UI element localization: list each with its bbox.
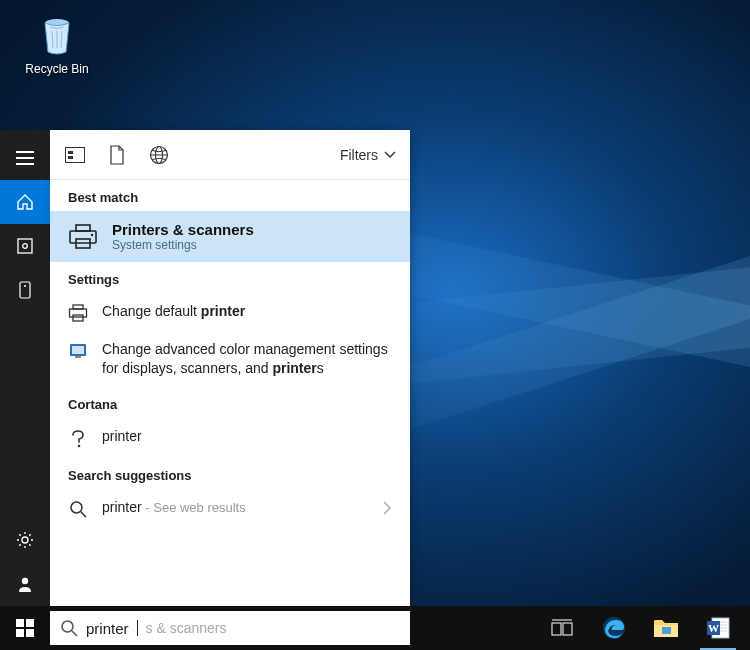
best-match-result[interactable]: Printers & scanners System settings — [50, 211, 410, 262]
svg-rect-39 — [16, 629, 24, 637]
chevron-down-icon — [384, 151, 396, 159]
person-icon — [16, 575, 34, 593]
monitor-color-icon — [69, 342, 87, 360]
chevron-right-icon — [382, 498, 392, 516]
settings-result-text: Change default printer — [102, 302, 392, 321]
cortana-result[interactable]: printer — [50, 418, 410, 458]
settings-result-change-default[interactable]: Change default printer — [50, 293, 410, 331]
panel-tab-row: Filters — [50, 130, 410, 180]
section-settings: Settings — [50, 262, 410, 293]
rail-home-button[interactable] — [0, 180, 50, 224]
recycle-bin-desktop-icon[interactable]: Recycle Bin — [22, 14, 92, 76]
rail-apps-button[interactable] — [0, 224, 50, 268]
svg-point-27 — [91, 233, 93, 235]
tab-apps-icon[interactable] — [64, 144, 86, 166]
search-icon — [69, 500, 87, 518]
edge-icon — [601, 615, 627, 641]
svg-rect-25 — [70, 231, 96, 243]
svg-rect-2 — [16, 157, 34, 159]
gear-icon — [16, 531, 34, 549]
svg-rect-32 — [72, 346, 84, 354]
svg-point-17 — [22, 578, 28, 584]
svg-line-16 — [29, 534, 31, 536]
section-best-match: Best match — [50, 180, 410, 211]
best-match-subtitle: System settings — [112, 238, 254, 252]
svg-rect-47 — [662, 627, 671, 634]
taskbar: printers & scanners — [0, 606, 750, 650]
printer-icon — [68, 224, 98, 250]
svg-rect-24 — [76, 225, 90, 231]
task-view-icon — [551, 619, 573, 637]
svg-point-35 — [71, 502, 82, 513]
svg-line-36 — [81, 512, 86, 517]
taskbar-edge[interactable] — [588, 606, 640, 650]
svg-rect-18 — [66, 147, 85, 162]
svg-point-34 — [78, 444, 81, 447]
search-results-panel: Filters Best match Printers & scanners S… — [50, 130, 410, 606]
start-left-rail — [0, 130, 50, 606]
svg-rect-29 — [70, 309, 87, 317]
taskbar-word[interactable]: W — [692, 606, 744, 650]
svg-point-5 — [23, 244, 28, 249]
apps-icon — [17, 238, 33, 254]
question-icon — [70, 429, 86, 449]
svg-point-8 — [22, 537, 28, 543]
section-cortana: Cortana — [50, 387, 410, 418]
search-suggestion-text: printer - See web results — [102, 498, 368, 517]
search-autocomplete-hint: s & scanners — [146, 620, 227, 636]
svg-rect-43 — [552, 623, 561, 635]
svg-rect-33 — [75, 356, 81, 358]
search-typed-text: printer — [86, 620, 129, 637]
svg-rect-6 — [20, 282, 30, 298]
taskbar-file-explorer[interactable] — [640, 606, 692, 650]
rail-account-button[interactable] — [0, 562, 50, 606]
filters-dropdown[interactable]: Filters — [340, 147, 396, 163]
search-suggestion[interactable]: printer - See web results — [50, 489, 410, 527]
svg-rect-19 — [68, 151, 73, 154]
recycle-bin-label: Recycle Bin — [22, 62, 92, 76]
rail-menu-button[interactable] — [0, 136, 50, 180]
svg-line-15 — [19, 544, 21, 546]
svg-point-7 — [24, 285, 26, 287]
rail-documents-button[interactable] — [0, 268, 50, 312]
text-caret — [137, 620, 138, 636]
home-icon — [16, 193, 34, 211]
svg-rect-3 — [16, 163, 34, 165]
svg-rect-20 — [68, 156, 73, 159]
tab-documents-icon[interactable] — [106, 144, 128, 166]
svg-rect-4 — [18, 239, 32, 253]
svg-rect-38 — [26, 619, 34, 627]
svg-line-14 — [29, 544, 31, 546]
recycle-bin-icon — [35, 14, 79, 58]
svg-text:W: W — [708, 622, 719, 634]
printer-small-icon — [68, 304, 88, 322]
search-icon — [60, 619, 78, 637]
start-button[interactable] — [0, 606, 50, 650]
taskbar-search-box[interactable]: printers & scanners — [50, 611, 410, 645]
svg-rect-37 — [16, 619, 24, 627]
svg-line-42 — [72, 631, 77, 636]
svg-rect-30 — [73, 315, 83, 321]
cortana-result-text: printer — [102, 427, 392, 446]
section-suggestions: Search suggestions — [50, 458, 410, 489]
word-icon: W — [705, 615, 731, 641]
remote-icon — [19, 281, 31, 299]
svg-line-13 — [19, 534, 21, 536]
folder-icon — [653, 617, 679, 639]
taskbar-task-view[interactable] — [536, 606, 588, 650]
settings-result-text: Change advanced color management setting… — [102, 340, 392, 378]
windows-logo-icon — [16, 619, 34, 637]
svg-rect-1 — [16, 151, 34, 153]
best-match-title: Printers & scanners — [112, 221, 254, 238]
svg-rect-44 — [563, 623, 572, 635]
svg-rect-40 — [26, 629, 34, 637]
settings-result-advanced-color[interactable]: Change advanced color management setting… — [50, 331, 410, 387]
svg-point-41 — [62, 621, 73, 632]
rail-settings-button[interactable] — [0, 518, 50, 562]
filters-label: Filters — [340, 147, 378, 163]
tab-web-icon[interactable] — [148, 144, 170, 166]
hamburger-icon — [16, 151, 34, 165]
